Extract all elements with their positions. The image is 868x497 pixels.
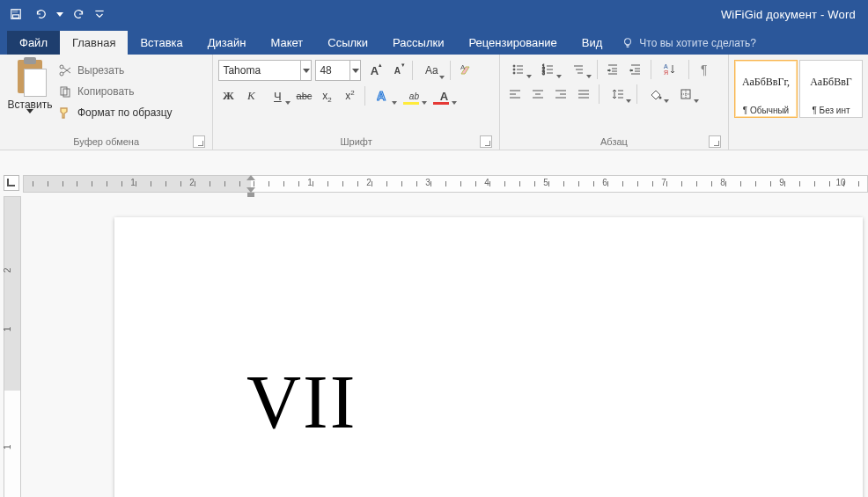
tab-review[interactable]: Рецензирование: [456, 31, 569, 55]
vertical-ruler[interactable]: 2112: [4, 196, 21, 497]
undo-dropdown-icon[interactable]: [55, 4, 65, 25]
underline-button[interactable]: Ч: [264, 86, 291, 106]
strikethrough-button[interactable]: abc: [294, 86, 313, 106]
tab-view[interactable]: Вид: [570, 31, 615, 55]
font-size-dropdown[interactable]: [349, 61, 360, 80]
style-no-spacing[interactable]: АаБбВвГ ¶ Без инт: [799, 60, 863, 118]
svg-text:A: A: [377, 89, 386, 103]
format-painter-label: Формат по образцу: [77, 106, 173, 119]
ruler-tick-right: 9: [779, 178, 784, 187]
text-effects-button[interactable]: A: [371, 86, 397, 106]
font-name-dropdown[interactable]: [300, 61, 311, 80]
undo-icon[interactable]: [30, 4, 51, 25]
ruler-minor-tick: [622, 181, 623, 186]
bullets-button[interactable]: [505, 60, 532, 79]
ruler-minor-tick: [386, 181, 387, 186]
ruler-tick-right: 8: [720, 178, 725, 187]
clipboard-launcher[interactable]: [193, 135, 205, 148]
tab-stop-selector[interactable]: [4, 175, 19, 191]
ruler-tick-left: 2: [189, 178, 195, 187]
brush-icon: [58, 106, 72, 120]
increase-font-size-button[interactable]: A▴: [364, 61, 384, 80]
ruler-minor-tick: [195, 181, 195, 186]
tab-insert[interactable]: Вставка: [128, 31, 195, 55]
ruler-minor-tick: [342, 181, 343, 186]
tell-me-search[interactable]: Что вы хотите сделать?: [614, 37, 763, 55]
horizontal-ruler[interactable]: 2112345678910: [23, 175, 868, 193]
multilevel-list-button[interactable]: [565, 60, 592, 79]
align-center-button[interactable]: [528, 84, 548, 104]
ruler-minor-tick: [829, 181, 830, 186]
ruler-minor-tick: [268, 181, 269, 186]
font-name-combo[interactable]: [218, 60, 312, 81]
tab-file[interactable]: Файл: [7, 31, 60, 55]
decrease-indent-button[interactable]: [603, 60, 622, 79]
svg-point-13: [513, 72, 515, 74]
ruler-minor-tick: [740, 181, 741, 186]
font-name-input[interactable]: [219, 64, 300, 77]
ruler-minor-tick: [652, 181, 653, 186]
style-normal[interactable]: АаБбВвГг, ¶ Обычный: [734, 60, 798, 118]
tab-references[interactable]: Ссылки: [315, 31, 380, 55]
justify-button[interactable]: [574, 84, 593, 104]
italic-button[interactable]: К: [241, 86, 261, 106]
redo-icon[interactable]: [69, 4, 90, 25]
ruler-minor-tick: [298, 181, 299, 186]
ruler-minor-tick: [401, 181, 402, 186]
left-indent-marker[interactable]: [247, 193, 254, 197]
vruler-tick: 1: [3, 444, 12, 449]
format-painter-button[interactable]: Формат по образцу: [58, 104, 173, 121]
borders-button[interactable]: [673, 84, 699, 104]
clear-formatting-button[interactable]: A: [456, 61, 475, 80]
first-line-indent-marker[interactable]: [246, 175, 255, 180]
ruler-tick-right: 2: [366, 178, 371, 187]
document-text[interactable]: VII: [246, 358, 357, 446]
font-launcher[interactable]: [480, 135, 492, 148]
bold-button[interactable]: Ж: [218, 86, 238, 106]
superscript-button[interactable]: x2: [340, 86, 359, 106]
numbering-button[interactable]: 123: [535, 60, 562, 79]
tab-design[interactable]: Дизайн: [195, 31, 259, 55]
title-bar: WiFiGid документ - Word: [0, 0, 868, 28]
qat-customize-icon[interactable]: [93, 4, 106, 25]
svg-point-12: [513, 69, 515, 70]
tab-home[interactable]: Главная: [60, 31, 128, 55]
tab-layout[interactable]: Макет: [258, 31, 315, 55]
ruler-tick-left: 1: [130, 178, 136, 187]
lightbulb-icon: [622, 37, 634, 49]
ruler-minor-tick: [445, 181, 446, 186]
line-spacing-button[interactable]: [605, 84, 631, 104]
ruler-minor-tick: [313, 181, 313, 186]
save-icon[interactable]: [5, 4, 26, 25]
increase-indent-button[interactable]: [626, 60, 645, 79]
paragraph-launcher[interactable]: [709, 135, 721, 148]
cut-button[interactable]: Вырезать: [58, 62, 173, 79]
copy-icon: [58, 84, 72, 99]
font-size-input[interactable]: [316, 64, 349, 77]
tab-mailings[interactable]: Рассылки: [380, 31, 456, 55]
align-left-button[interactable]: [505, 84, 525, 104]
show-marks-button[interactable]: ¶: [695, 60, 714, 79]
paste-button[interactable]: Вставить: [5, 56, 55, 113]
sort-button[interactable]: АЯ: [657, 60, 683, 79]
document-page[interactable]: VII: [114, 217, 863, 497]
align-right-button[interactable]: [551, 84, 570, 104]
ruler-minor-tick: [593, 181, 594, 186]
align-left-icon: [508, 87, 522, 101]
shading-button[interactable]: [643, 84, 669, 104]
subscript-button[interactable]: x2: [317, 86, 336, 106]
indent-icon: [629, 62, 643, 77]
svg-rect-2: [13, 15, 19, 18]
justify-icon: [577, 87, 591, 101]
copy-button[interactable]: Копировать: [58, 83, 173, 100]
ruler-minor-tick: [843, 181, 844, 186]
font-color-button[interactable]: A: [430, 86, 457, 106]
font-size-combo[interactable]: [315, 60, 361, 81]
ruler-tick-right: 5: [543, 178, 548, 187]
ruler-minor-tick: [475, 181, 476, 186]
group-font: A▴ A▾ Aa A Ж К Ч abc x2 x2: [213, 55, 499, 150]
change-case-button[interactable]: Aa: [418, 61, 445, 80]
highlight-button[interactable]: ab: [401, 86, 427, 106]
decrease-font-size-button[interactable]: A▾: [387, 61, 407, 80]
paste-dropdown-icon[interactable]: [26, 109, 33, 113]
